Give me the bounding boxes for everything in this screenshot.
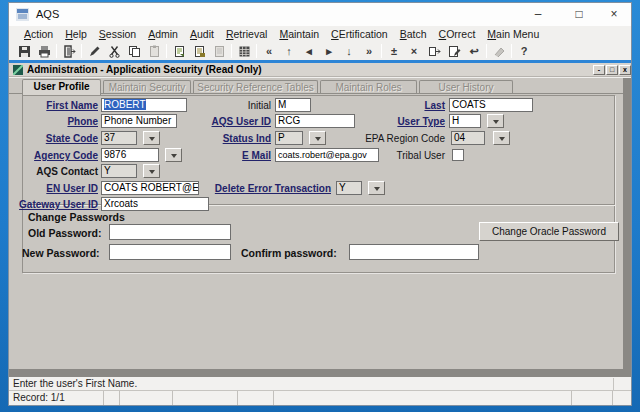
menu-admin[interactable]: Admin [142, 28, 184, 40]
first-name-label: First Name [14, 100, 98, 111]
paste-button[interactable] [144, 43, 164, 59]
edit-icon [88, 45, 101, 58]
mdi-maximize-icon[interactable]: □ [606, 65, 618, 75]
user-type-field[interactable]: H [449, 114, 481, 128]
aqs-contact-field[interactable]: Y [101, 164, 137, 178]
en-user-id-field[interactable]: COATS ROBERT@E [101, 181, 199, 195]
copy-field-button[interactable] [189, 43, 209, 59]
tab-maintain-roles[interactable]: Maintain Roles [320, 80, 417, 94]
aqs-user-id-field[interactable]: RCG [275, 114, 355, 128]
update-record-button[interactable] [444, 43, 464, 59]
tab-bar: User Profile Maintain Security Security … [9, 78, 623, 94]
tab-user-history[interactable]: User History [419, 80, 513, 94]
state-code-field[interactable]: 37 [101, 131, 137, 145]
maximize-icon[interactable]: □ [561, 3, 597, 26]
copy-record-button[interactable] [169, 43, 189, 59]
duplicate-record-button[interactable] [424, 43, 444, 59]
initial-field[interactable]: M [275, 98, 311, 112]
user-type-dropdown-icon[interactable] [487, 114, 504, 128]
menu-bar: Action Help Session Admin Audit Retrieva… [9, 26, 631, 42]
title-bar: AQS – □ × [9, 3, 631, 26]
menu-maintain[interactable]: Maintain [273, 28, 325, 40]
help-button[interactable]: ? [514, 43, 534, 59]
next-record-icon: ▸ [326, 45, 332, 58]
record-status-bar: Record: 1/1 [9, 391, 631, 405]
scroll-down-icon: ↓ [346, 45, 352, 57]
copy-icon [128, 45, 141, 58]
aqs-contact-dropdown-icon[interactable] [143, 164, 160, 178]
mdi-close-icon[interactable]: x [619, 65, 631, 75]
rollback-button[interactable]: ↩ [464, 43, 484, 59]
tribal-user-label: Tribal User [355, 150, 445, 161]
cut-button[interactable] [104, 43, 124, 59]
previous-record-icon: ◂ [306, 45, 312, 58]
scroll-down-button[interactable]: ↓ [339, 43, 359, 59]
exit-button[interactable] [59, 43, 79, 59]
minimize-icon[interactable]: – [520, 3, 556, 26]
menu-audit[interactable]: Audit [184, 28, 220, 40]
status-cell [274, 391, 572, 405]
menu-retrieval[interactable]: Retrieval [220, 28, 273, 40]
scroll-up-button[interactable]: ↑ [279, 43, 299, 59]
previous-record-button[interactable]: ◂ [299, 43, 319, 59]
duplicate-record-icon [428, 45, 441, 58]
mdi-title-bar: Administration - Application Security (R… [9, 63, 631, 77]
tool-icon [493, 45, 506, 58]
gateway-user-id-field[interactable]: Xrcoats [101, 197, 209, 211]
tab-user-profile[interactable]: User Profile [22, 79, 101, 95]
state-code-dropdown-icon[interactable] [143, 131, 160, 145]
statusbar-grip [613, 378, 629, 390]
app-icon [16, 8, 29, 21]
epa-region-code-dropdown-icon[interactable] [493, 131, 510, 145]
tribal-user-checkbox[interactable] [452, 149, 464, 161]
menu-batch[interactable]: Batch [394, 28, 433, 40]
scroll-up-icon: ↑ [286, 45, 292, 57]
menu-certification[interactable]: CErtification [325, 28, 394, 40]
delete-error-transaction-dropdown-icon[interactable] [368, 181, 385, 195]
menu-correct[interactable]: COrrect [433, 28, 482, 40]
menu-help[interactable]: Help [59, 28, 93, 40]
last-name-field[interactable]: COATS [449, 98, 533, 112]
agency-code-field[interactable]: 9876 [101, 148, 159, 162]
phone-field[interactable]: Phone Number [101, 114, 177, 128]
status-ind-field[interactable]: P [275, 131, 303, 145]
last-record-button[interactable]: » [359, 43, 379, 59]
mdi-right-border [623, 78, 631, 369]
menu-session[interactable]: Session [93, 28, 142, 40]
print-button[interactable] [34, 43, 54, 59]
edit-button[interactable] [84, 43, 104, 59]
status-ind-dropdown-icon[interactable] [309, 131, 326, 145]
first-record-icon: « [266, 45, 272, 57]
save-button[interactable] [14, 43, 34, 59]
status-cell [173, 391, 238, 405]
menu-action[interactable]: Action [18, 28, 59, 40]
agency-code-dropdown-icon[interactable] [165, 148, 182, 162]
tab-maintain-security[interactable]: Maintain Security [103, 80, 191, 94]
epa-region-code-field[interactable]: 04 [451, 131, 485, 145]
first-record-button[interactable]: « [259, 43, 279, 59]
change-oracle-password-button[interactable]: Change Oracle Password [479, 222, 619, 241]
clear-item-button[interactable] [209, 43, 229, 59]
confirm-password-field[interactable] [349, 244, 479, 260]
en-user-id-label: EN User ID [14, 183, 98, 194]
copy-button[interactable] [124, 43, 144, 59]
mdi-minimize-icon[interactable]: - [593, 65, 605, 75]
insert-record-button[interactable]: ± [384, 43, 404, 59]
close-icon[interactable]: × [596, 3, 632, 26]
delete-record-button[interactable]: × [404, 43, 424, 59]
menu-main-menu[interactable]: Main Menu [481, 28, 545, 40]
next-record-button[interactable]: ▸ [319, 43, 339, 59]
tab-security-reference-tables[interactable]: Security Reference Tables [193, 80, 318, 94]
aqs-contact-label: AQS Contact [14, 166, 98, 177]
delete-error-transaction-field[interactable]: Y [336, 181, 362, 195]
first-name-field[interactable]: ROBERT [101, 98, 187, 112]
new-password-field[interactable] [109, 244, 231, 260]
save-icon [18, 45, 31, 58]
copy-record-icon [173, 45, 186, 58]
old-password-field[interactable] [109, 224, 231, 240]
rollback-icon: ↩ [469, 45, 478, 58]
change-passwords-heading: Change Passwords [28, 211, 125, 223]
tool-button[interactable] [489, 43, 509, 59]
display-list-button[interactable] [234, 43, 254, 59]
insert-record-icon: ± [391, 45, 397, 57]
